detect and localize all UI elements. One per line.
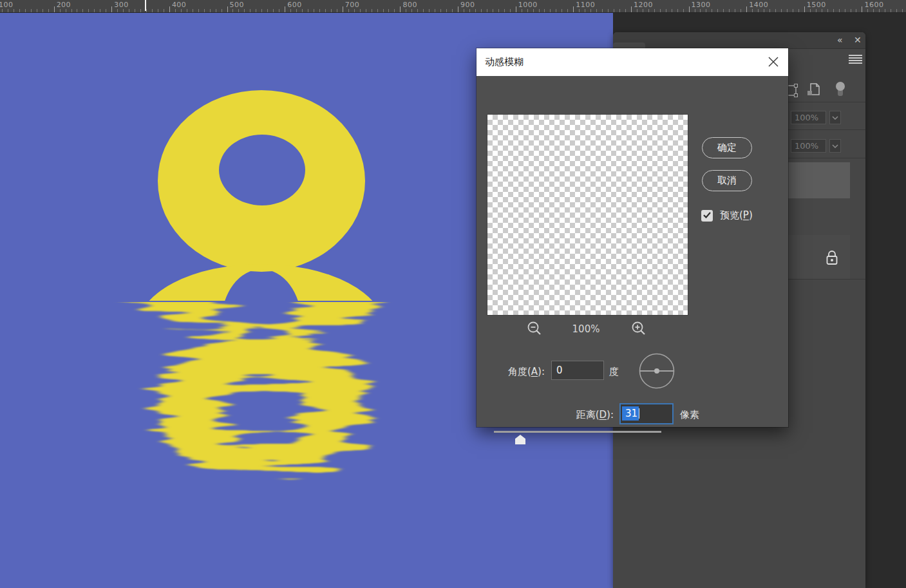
selected-text: 31	[622, 406, 639, 421]
angle-input[interactable]: 0	[551, 361, 604, 380]
ruler-major-label: 1600	[864, 1, 883, 9]
distance-label: 距离(D):	[547, 409, 614, 421]
panel-menu-icon[interactable]	[849, 55, 862, 65]
dialog-close-icon[interactable]	[768, 56, 779, 68]
ruler-major-label: 1400	[749, 1, 768, 9]
filter-preview-area[interactable]	[487, 115, 688, 315]
angle-dial[interactable]	[639, 353, 675, 389]
ruler-major-label: 1200	[634, 1, 653, 9]
horizontal-ruler[interactable]: 1002003004005006007008009001000110012001…	[0, 0, 906, 13]
close-panel-icon[interactable]: ✕	[854, 33, 862, 46]
ruler-major-tick	[573, 6, 574, 12]
ruler-major-tick	[458, 6, 458, 12]
checkmark-icon	[703, 212, 711, 218]
ruler-major-label: 1000	[518, 1, 538, 9]
ruler-major-tick	[689, 6, 690, 12]
motion-blur-dialog: 动感模糊 100% 确定 取消	[477, 48, 788, 427]
ok-button[interactable]: 确定	[702, 137, 752, 158]
preview-checkbox-label[interactable]: 预览(P)	[720, 209, 753, 222]
ruler-major-label: 1300	[692, 1, 711, 9]
opacity-dropdown-1[interactable]	[829, 111, 841, 124]
ruler-major-label: 300	[114, 1, 129, 9]
ruler-minor-ticks	[0, 9, 906, 12]
dialog-body: 100% 确定 取消 预览(P) 角度(A): 0 度	[477, 76, 788, 427]
angle-label: 角度(A):	[483, 366, 545, 378]
ruler-major-tick	[804, 6, 805, 12]
collapse-panel-icon[interactable]: «	[837, 33, 843, 46]
panel-header: « ✕	[613, 32, 865, 49]
ruler-major-tick	[516, 6, 516, 12]
photoshop-workspace: 1002003004005006007008009001000110012001…	[0, 0, 906, 588]
opacity-field-1[interactable]: 100%	[791, 111, 826, 124]
cancel-button[interactable]: 取消	[702, 170, 752, 191]
opacity-field-2[interactable]: 100%	[791, 139, 826, 153]
distance-slider-track[interactable]	[494, 431, 661, 433]
ruler-major-label: 100	[0, 1, 14, 9]
zoom-in-icon[interactable]	[631, 321, 646, 336]
dialog-titlebar[interactable]: 动感模糊	[477, 48, 788, 76]
ruler-major-label: 500	[230, 1, 245, 9]
duplicate-layer-icon[interactable]	[806, 82, 820, 98]
ruler-major-label: 1100	[576, 1, 595, 9]
ruler-major-label: 700	[345, 1, 360, 9]
ruler-cursor-marker	[145, 0, 146, 11]
distance-unit-label: 像素	[680, 409, 699, 421]
angle-unit-label: 度	[609, 366, 619, 378]
preview-zoom-level: 100%	[554, 323, 618, 335]
text-caret	[639, 408, 639, 419]
ruler-major-label: 800	[402, 1, 417, 9]
ruler-major-tick	[285, 6, 285, 12]
ruler-major-label: 200	[57, 1, 71, 9]
pin-icon[interactable]	[835, 81, 846, 98]
ruler-major-tick	[343, 6, 343, 12]
ruler-major-tick	[227, 6, 228, 12]
lock-icon[interactable]	[826, 250, 838, 265]
ruler-major-label: 400	[172, 1, 187, 9]
ruler-major-label: 900	[460, 1, 475, 9]
ruler-major-tick	[746, 6, 747, 12]
zoom-out-icon[interactable]	[527, 321, 542, 336]
ruler-major-label: 1500	[807, 1, 826, 9]
ruler-major-tick	[862, 6, 862, 12]
opacity-dropdown-2[interactable]	[829, 139, 841, 153]
ruler-major-tick	[400, 6, 401, 12]
ruler-major-tick	[111, 6, 112, 12]
ruler-major-tick	[631, 6, 632, 12]
chevron-down-icon	[832, 144, 838, 148]
ruler-major-label: 600	[287, 1, 302, 9]
distance-input[interactable]: 31	[619, 403, 674, 424]
ruler-major-tick	[54, 6, 55, 12]
dialog-title: 动感模糊	[485, 56, 524, 68]
ruler-major-tick	[169, 6, 170, 12]
chevron-down-icon	[832, 116, 838, 120]
preview-checkbox[interactable]	[701, 210, 713, 222]
